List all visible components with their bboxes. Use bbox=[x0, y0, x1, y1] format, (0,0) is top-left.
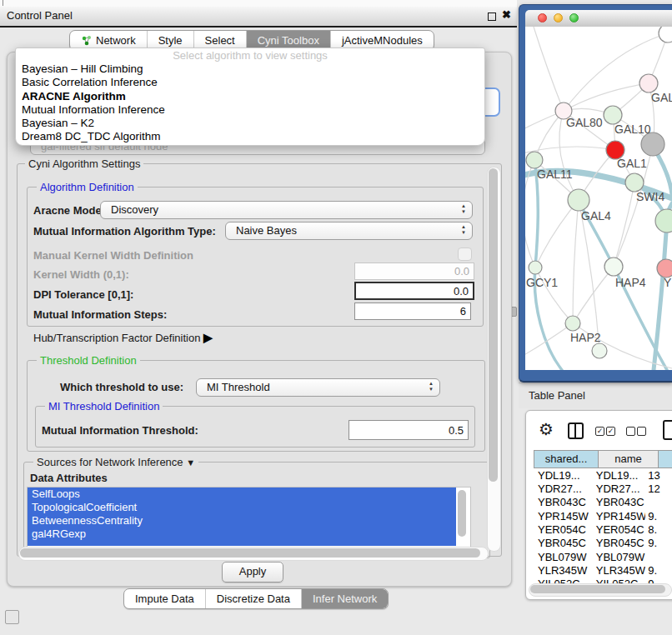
table-cell: YER054C bbox=[592, 523, 645, 536]
table-hscrollbar-thumb[interactable] bbox=[530, 585, 665, 593]
which-threshold-value: MI Threshold bbox=[207, 381, 270, 393]
network-node-gal[interactable] bbox=[639, 74, 658, 92]
table-row[interactable]: YLR345WYLR345W9. bbox=[534, 563, 672, 577]
column-header-shared[interactable]: shared... bbox=[534, 450, 599, 468]
column-header-name[interactable]: name bbox=[599, 450, 659, 468]
mi-algorithm-type-combobox[interactable]: Naive Bayes ▲▼ bbox=[225, 222, 473, 240]
algorithm-option-dream8-dc-tdc-algorithm[interactable]: Dream8 DC_TDC Algorithm bbox=[16, 130, 484, 143]
algorithm-option-basic-correlation-inference[interactable]: Basic Correlation Inference bbox=[16, 76, 484, 89]
tab-impute-data[interactable]: Impute Data bbox=[124, 589, 205, 608]
table-row[interactable]: YBR045CYBR045C9. bbox=[534, 537, 672, 550]
table-row[interactable]: YPR145WYPR145W9. bbox=[534, 509, 672, 522]
close-icon[interactable]: ✖ bbox=[502, 8, 511, 21]
network-node-hap4[interactable] bbox=[604, 258, 623, 276]
mi-threshold-label: Mutual Information Threshold: bbox=[42, 424, 198, 437]
panel-grip-icon[interactable] bbox=[5, 610, 19, 624]
kernel-width-input[interactable] bbox=[354, 262, 474, 280]
mi-algorithm-type-value: Naive Bayes bbox=[236, 224, 297, 237]
mi-threshold-input[interactable] bbox=[349, 420, 469, 440]
network-edge-gray[interactable] bbox=[573, 200, 579, 323]
unchecked-box-icon[interactable] bbox=[637, 427, 646, 436]
minimize-traffic-light-icon[interactable] bbox=[554, 13, 563, 22]
hub-definition-label[interactable]: Hub/Transcription Factor Definition bbox=[33, 332, 200, 344]
algorithm-option-mutual-information-inference[interactable]: Mutual Information Inference bbox=[16, 103, 484, 117]
combo-arrows-icon: ▲▼ bbox=[429, 381, 434, 392]
network-edge-gray[interactable] bbox=[573, 267, 614, 323]
algorithm-option-bayesian-k2[interactable]: Bayesian – K2 bbox=[16, 117, 484, 130]
network-graph[interactable]: GALGAL80GAL10GAL1GAL11SWI4GAL4GCY1HAP4YH… bbox=[525, 27, 672, 370]
network-node-hap2[interactable] bbox=[565, 316, 580, 331]
network-node-gcy1[interactable] bbox=[529, 261, 542, 274]
attribute-item-gal4rgexp[interactable]: gal4RGexp bbox=[28, 528, 456, 541]
columns-icon[interactable] bbox=[568, 422, 584, 439]
table-row[interactable]: YBR043CYBR043C bbox=[534, 496, 672, 509]
network-edge-gray[interactable] bbox=[564, 83, 649, 111]
settings-hscrollbar-thumb[interactable] bbox=[20, 548, 480, 558]
network-node[interactable] bbox=[641, 132, 664, 156]
attribute-item-betweennesscentrality[interactable]: BetweennessCentrality bbox=[28, 514, 456, 528]
mi-threshold-definition-title: MI Threshold Definition bbox=[45, 400, 163, 412]
mi-algorithm-type-label: Mutual Information Algorithm Type: bbox=[33, 225, 216, 238]
attribute-item-topologicalcoefficient[interactable]: TopologicalCoefficient bbox=[28, 501, 456, 514]
table-panel-title: Table Panel bbox=[529, 383, 585, 408]
zoom-traffic-light-icon[interactable] bbox=[569, 13, 579, 22]
manual-kernel-width-checkbox[interactable] bbox=[458, 248, 472, 261]
apply-button[interactable]: Apply bbox=[222, 562, 283, 582]
attribute-item-selfloops[interactable]: SelfLoops bbox=[28, 488, 456, 501]
node-label-hap4: HAP4 bbox=[615, 276, 646, 289]
network-window-titlebar[interactable] bbox=[525, 10, 672, 28]
network-edge-gray[interactable] bbox=[534, 27, 564, 111]
float-window-icon[interactable] bbox=[488, 12, 496, 21]
network-canvas[interactable]: GALGAL80GAL10GAL1GAL11SWI4GAL4GCY1HAP4YH… bbox=[525, 27, 672, 370]
table-options-icon[interactable] bbox=[663, 420, 672, 440]
control-panel-titlebar[interactable]: Control Panel ✖ bbox=[0, 7, 517, 28]
unchecked-box-icon[interactable] bbox=[626, 427, 635, 436]
network-node[interactable] bbox=[659, 27, 672, 42]
expanded-arrow-icon[interactable]: ▼ bbox=[186, 458, 195, 468]
combo-arrows-icon: ▲▼ bbox=[461, 224, 466, 236]
algorithm-option-aracne-algorithm[interactable]: ARACNE Algorithm bbox=[16, 90, 484, 103]
data-attributes-listbox[interactable]: SelfLoopsTopologicalCoefficientBetweenne… bbox=[27, 487, 471, 548]
settings-scrollbar-thumb[interactable] bbox=[489, 168, 498, 482]
gear-icon[interactable]: ⚙ bbox=[539, 419, 554, 439]
mi-steps-input[interactable] bbox=[354, 302, 471, 320]
table-cell: YDL19... bbox=[534, 469, 592, 482]
table-row[interactable]: YDL19...YDL19...13 bbox=[534, 468, 672, 482]
checked-box-icon[interactable]: ✓ bbox=[606, 427, 615, 436]
which-threshold-combobox[interactable]: MI Threshold ▲▼ bbox=[196, 378, 440, 397]
network-node-gal11[interactable] bbox=[526, 152, 543, 168]
network-node-swi4[interactable] bbox=[625, 173, 644, 192]
network-node-gal10[interactable] bbox=[604, 106, 622, 124]
network-node-gal4[interactable] bbox=[568, 189, 589, 211]
network-node[interactable] bbox=[592, 343, 607, 358]
network-node-y[interactable] bbox=[657, 259, 672, 278]
dpi-tolerance-input[interactable] bbox=[354, 282, 474, 300]
table-row[interactable]: YER054CYER054C8. bbox=[534, 522, 672, 536]
tab-discretize-data[interactable]: Discretize Data bbox=[205, 589, 301, 608]
checked-box-icon[interactable]: ✓ bbox=[595, 427, 604, 436]
table-cell: YLR345W bbox=[592, 564, 645, 577]
table-cell: YBL079W bbox=[534, 551, 592, 563]
kernel-width-label: Kernel Width (0,1): bbox=[33, 268, 129, 281]
algorithm-option-bayesian-hill-climbing[interactable]: Bayesian – Hill Climbing bbox=[16, 62, 484, 76]
network-edge-gray[interactable] bbox=[614, 182, 634, 267]
network-edge-gray[interactable] bbox=[535, 200, 579, 268]
table-row[interactable]: YDR27...YDR27...12 bbox=[534, 482, 672, 495]
threshold-definition-title: Threshold Definition bbox=[37, 354, 140, 367]
node-label-gal: GAL bbox=[651, 91, 672, 104]
control-panel-title: Control Panel bbox=[7, 9, 73, 22]
node-label-gal80: GAL80 bbox=[566, 116, 603, 129]
table-cell: 8. bbox=[645, 523, 672, 536]
aracne-mode-combobox[interactable]: Discovery ▲▼ bbox=[100, 201, 473, 219]
data-attributes-label: Data Attributes bbox=[30, 472, 108, 484]
attributes-scrollbar-thumb[interactable] bbox=[458, 490, 466, 537]
mi-steps-label: Mutual Information Steps: bbox=[33, 308, 167, 321]
column-header-a[interactable]: A bbox=[659, 450, 672, 468]
close-traffic-light-icon[interactable] bbox=[538, 13, 547, 22]
tab-infer-network[interactable]: Infer Network bbox=[301, 589, 388, 608]
collapsed-arrow-icon[interactable]: ▶ bbox=[203, 331, 213, 344]
table-panel-header[interactable]: Table Panel bbox=[519, 383, 672, 408]
table-body[interactable]: YDL19...YDL19...13YDR27...YDR27...12YBR0… bbox=[534, 468, 672, 585]
table-row[interactable]: YBL079WYBL079W bbox=[534, 550, 672, 563]
network-node[interactable] bbox=[655, 209, 672, 232]
